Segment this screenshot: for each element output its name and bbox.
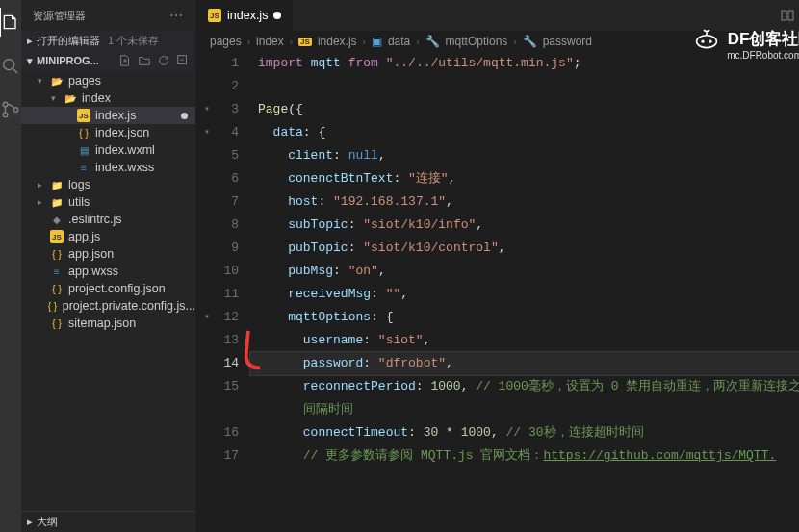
tree-item-sitemap-json[interactable]: { }sitemap.json <box>21 315 195 332</box>
file-tree: ▾📂pages▾📂indexJSindex.js{ }index.json▤in… <box>21 70 195 511</box>
tab-index-js[interactable]: JS index.js <box>196 0 294 31</box>
object-icon: ▣ <box>372 35 382 48</box>
compare-icon[interactable] <box>780 8 795 23</box>
project-header[interactable]: ▾ MINIPROG... <box>21 51 195 70</box>
activity-search[interactable] <box>0 56 21 80</box>
svg-point-6 <box>180 14 182 16</box>
tree-item-utils[interactable]: ▸📁utils <box>21 193 195 211</box>
tree-item-project-private-config-js-[interactable]: { }project.private.config.js... <box>21 297 195 315</box>
tree-item-project-config-json[interactable]: { }project.config.json <box>21 280 195 297</box>
tree-item-index-wxml[interactable]: ▤index.wxml <box>21 141 195 159</box>
activity-scm[interactable] <box>0 99 21 123</box>
svg-point-0 <box>4 60 14 70</box>
svg-rect-9 <box>788 11 793 20</box>
js-icon: JS <box>208 9 221 22</box>
explorer-sidebar: 资源管理器 ▸ 打开的编辑器 1 个未保存 ▾ MINIPROG... ▾📂pa… <box>21 0 196 532</box>
editor-tabs: JS index.js <box>196 0 799 31</box>
svg-point-1 <box>3 102 8 107</box>
tree-item-index-json[interactable]: { }index.json <box>21 124 195 141</box>
chevron-right-icon: ▸ <box>27 516 33 528</box>
tree-item--eslintrc-js[interactable]: ◆.eslintrc.js <box>21 211 195 228</box>
tree-item-logs[interactable]: ▸📁logs <box>21 176 195 193</box>
chevron-right-icon: ▸ <box>27 35 33 47</box>
tree-item-index-wxss[interactable]: ≡index.wxss <box>21 159 195 176</box>
outline-header[interactable]: ▸ 大纲 <box>21 511 195 532</box>
tree-item-pages[interactable]: ▾📂pages <box>21 72 195 89</box>
tree-item-app-wxss[interactable]: ≡app.wxss <box>21 263 195 280</box>
new-file-icon[interactable] <box>118 54 132 67</box>
tree-item-index-js[interactable]: JSindex.js <box>21 107 195 124</box>
property-icon: 🔧 <box>425 35 440 48</box>
svg-rect-8 <box>782 11 786 20</box>
modified-dot-icon <box>273 12 281 19</box>
activity-files[interactable] <box>0 8 20 37</box>
svg-point-2 <box>3 113 8 117</box>
js-icon: JS <box>298 38 312 46</box>
property-icon: 🔧 <box>523 35 537 48</box>
tree-item-index[interactable]: ▾📂index <box>21 89 195 107</box>
breadcrumb[interactable]: pages› index› JS index.js› ▣ data› 🔧 mqt… <box>196 31 799 52</box>
chevron-down-icon: ▾ <box>27 55 33 67</box>
explorer-title: 资源管理器 <box>33 9 86 23</box>
code-editor[interactable]: ▾▾▾ 1234567891011121314151617 import mqt… <box>196 52 799 532</box>
more-icon[interactable] <box>168 8 184 23</box>
svg-point-4 <box>170 14 172 16</box>
new-folder-icon[interactable] <box>138 54 151 67</box>
svg-point-5 <box>175 14 177 16</box>
editor-area: JS index.js pages› index› JS index.js› ▣… <box>196 0 799 532</box>
refresh-icon[interactable] <box>157 54 170 67</box>
open-editors-header[interactable]: ▸ 打开的编辑器 1 个未保存 <box>21 31 195 51</box>
collapse-icon[interactable] <box>176 54 190 67</box>
tree-item-app-json[interactable]: { }app.json <box>21 245 195 263</box>
tree-item-app-js[interactable]: JSapp.js <box>21 228 195 245</box>
activity-bar <box>0 0 21 532</box>
